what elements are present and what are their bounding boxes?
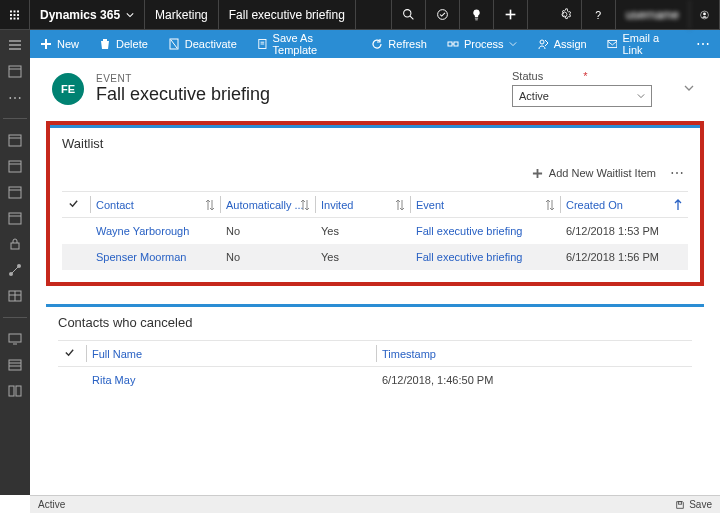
nav-screen[interactable] xyxy=(8,332,22,346)
table-row[interactable]: Wayne Yarborough No Yes Fall executive b… xyxy=(62,218,688,245)
svg-rect-7 xyxy=(14,17,16,19)
col-timestamp[interactable]: Timestamp xyxy=(376,341,692,367)
contact-link[interactable]: Spenser Moorman xyxy=(90,244,220,270)
svg-rect-31 xyxy=(9,334,21,342)
user-name: username xyxy=(616,0,690,29)
col-auto[interactable]: Automatically ... xyxy=(220,192,315,218)
select-all[interactable] xyxy=(62,192,90,218)
svg-rect-2 xyxy=(17,10,19,12)
nav-cal-d[interactable] xyxy=(8,211,22,225)
settings-button[interactable] xyxy=(548,0,582,29)
col-fullname[interactable]: Full Name xyxy=(86,341,376,367)
entity-label: EVENT xyxy=(96,73,270,84)
svg-rect-5 xyxy=(17,14,19,16)
table-row[interactable]: Spenser Moorman No Yes Fall executive br… xyxy=(62,244,688,270)
process-button[interactable]: Process xyxy=(437,30,527,58)
svg-rect-44 xyxy=(454,42,458,46)
trash-icon xyxy=(99,38,111,50)
expand-header[interactable] xyxy=(682,81,698,97)
nav-board[interactable] xyxy=(8,384,22,398)
area-name[interactable]: Marketing xyxy=(145,0,219,29)
nav-cal-c[interactable] xyxy=(8,185,22,199)
save-as-template-button[interactable]: Save As Template xyxy=(247,30,362,58)
save-button[interactable]: Save xyxy=(675,499,712,510)
search-icon xyxy=(402,8,415,21)
chevron-down-icon xyxy=(682,81,696,95)
svg-rect-19 xyxy=(9,161,21,172)
cmd-overflow[interactable]: ⋯ xyxy=(686,30,720,58)
form-content: FE EVENT Fall executive briefing Status*… xyxy=(30,58,720,495)
svg-rect-0 xyxy=(10,10,12,12)
check-icon xyxy=(64,347,75,358)
deactivate-button[interactable]: Deactivate xyxy=(158,30,247,58)
event-link[interactable]: Fall executive briefing xyxy=(410,218,560,245)
table-row[interactable]: Rita May 6/12/2018, 1:46:50 PM xyxy=(58,367,692,394)
help-icon: ? xyxy=(592,8,605,21)
nav-more[interactable]: ⋯ xyxy=(8,90,22,104)
avatar: FE xyxy=(52,73,84,105)
refresh-button[interactable]: Refresh xyxy=(361,30,437,58)
product-switcher[interactable]: Dynamics 365 xyxy=(30,0,145,29)
task-flow-button[interactable] xyxy=(426,0,460,29)
nav-hamburger[interactable] xyxy=(8,38,22,52)
section-title: Waitlist xyxy=(62,136,688,151)
nav-lock[interactable] xyxy=(8,237,22,251)
nav-table[interactable] xyxy=(8,358,22,372)
nav-grid[interactable] xyxy=(8,289,22,303)
canceled-section: Contacts who canceled Full Name Timestam… xyxy=(46,304,704,405)
status-select[interactable]: Active xyxy=(512,85,652,107)
waffle-icon xyxy=(10,8,19,22)
svg-point-46 xyxy=(540,40,544,44)
svg-rect-48 xyxy=(679,501,682,504)
svg-rect-21 xyxy=(9,187,21,198)
svg-rect-43 xyxy=(448,42,452,46)
email-link-button[interactable]: Email a Link xyxy=(597,30,686,58)
process-icon xyxy=(447,38,459,50)
svg-point-14 xyxy=(703,12,706,15)
app-launcher[interactable] xyxy=(0,0,30,29)
advisor-button[interactable] xyxy=(460,0,494,29)
product-name: Dynamics 365 xyxy=(40,8,120,22)
breadcrumb[interactable]: Fall executive briefing xyxy=(219,0,356,29)
svg-rect-25 xyxy=(11,243,19,249)
contact-link[interactable]: Wayne Yarborough xyxy=(90,218,220,245)
waitlist-toolbar: Add New Waitlist Item ⋯ xyxy=(62,161,688,185)
search-button[interactable] xyxy=(392,0,426,29)
help-button[interactable]: ? xyxy=(582,0,616,29)
svg-line-10 xyxy=(410,16,413,19)
add-waitlist-item[interactable]: Add New Waitlist Item xyxy=(532,167,656,179)
chevron-down-icon xyxy=(509,40,517,48)
chevron-down-icon xyxy=(637,92,645,100)
svg-line-39 xyxy=(171,40,177,48)
delete-button[interactable]: Delete xyxy=(89,30,158,58)
svg-rect-33 xyxy=(9,360,21,370)
select-all[interactable] xyxy=(58,341,86,367)
svg-text:?: ? xyxy=(595,9,601,21)
col-event[interactable]: Event xyxy=(410,192,560,218)
waitlist-more[interactable]: ⋯ xyxy=(666,165,688,181)
nav-cal-a[interactable] xyxy=(8,133,22,147)
assign-button[interactable]: Assign xyxy=(527,30,597,58)
email-icon xyxy=(607,38,618,50)
save-icon xyxy=(675,500,685,510)
new-button[interactable]: New xyxy=(30,30,89,58)
col-invited[interactable]: Invited xyxy=(315,192,410,218)
quick-create-button[interactable] xyxy=(494,0,528,29)
svg-rect-6 xyxy=(10,17,12,19)
nav-calendar-1[interactable] xyxy=(8,64,22,78)
col-contact[interactable]: Contact xyxy=(90,192,220,218)
left-nav-rail: ⋯ xyxy=(0,30,30,495)
plus-icon xyxy=(532,168,543,179)
col-created[interactable]: Created On xyxy=(560,192,688,218)
event-link[interactable]: Fall executive briefing xyxy=(410,244,560,270)
nav-route[interactable] xyxy=(8,263,22,277)
top-bar: Dynamics 365 Marketing Fall executive br… xyxy=(0,0,720,30)
waitlist-section: Waitlist Add New Waitlist Item ⋯ Contact… xyxy=(46,121,704,286)
waitlist-grid: Contact Automatically ... Invited Event … xyxy=(62,191,688,270)
contact-link[interactable]: Rita May xyxy=(86,367,376,394)
nav-cal-b[interactable] xyxy=(8,159,22,173)
svg-rect-36 xyxy=(9,386,14,396)
svg-rect-37 xyxy=(16,386,21,396)
form-header: FE EVENT Fall executive briefing Status*… xyxy=(30,58,720,115)
user-avatar[interactable] xyxy=(690,0,720,29)
